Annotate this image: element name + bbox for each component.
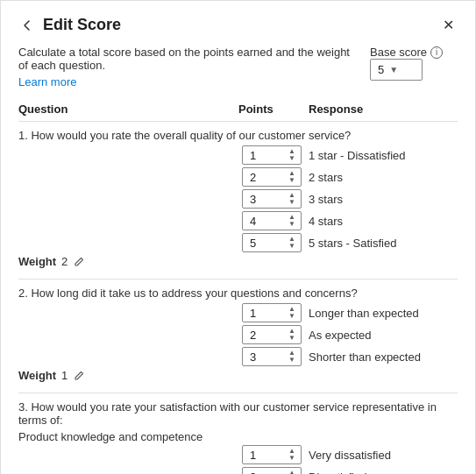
header: Edit Score ✕ [18,15,458,35]
response-text: 4 stars [309,215,458,228]
description: Calculate a total score based on the poi… [18,46,361,88]
response-text: 3 stars [309,193,458,206]
spin-down-icon[interactable]: ▼ [287,313,297,320]
score-row: 3 ▲ ▼ 3 stars [18,189,458,209]
score-value: 3 [250,193,287,206]
score-row: 4 ▲ ▼ 4 stars [18,211,458,230]
response-text: 5 stars - Satisfied [309,237,458,250]
weight-label: Weight [18,255,56,268]
score-input[interactable]: 2 ▲ ▼ [242,325,302,344]
sub-item-label: Product knowledge and competence [18,430,458,443]
response-text: Longer than expected [309,307,458,320]
close-button[interactable]: ✕ [439,15,458,35]
score-value: 2 [250,329,287,342]
score-value: 4 [250,215,287,228]
base-score-label: Base score i [370,46,443,59]
score-input[interactable]: 1 ▲ ▼ [242,303,302,322]
spin-down-icon[interactable]: ▼ [287,335,297,342]
score-rows: 1 ▲ ▼ 1 star - Dissatisfied 2 ▲ ▼ 2 star… [18,145,458,252]
col-response-header: Response [309,103,458,116]
table-header: Question Points Response [18,103,458,122]
score-row: 2 ▲ ▼ Dissatisfied [18,467,458,474]
base-score-value: 5 [378,63,384,76]
learn-more-link[interactable]: Learn more [18,75,76,88]
weight-value: 1 [61,369,67,382]
col-points-header: Points [238,103,309,116]
spin-down-icon[interactable]: ▼ [287,199,297,206]
weight-label: Weight [18,369,56,382]
score-value: 1 [250,307,287,320]
score-row: 1 ▲ ▼ Longer than expected [18,303,458,322]
score-value: 2 [250,171,287,184]
questions-list: 1. How would you rate the overall qualit… [18,129,458,474]
top-row: Calculate a total score based on the poi… [18,46,458,92]
question-text: 3. How would you rate your satisfaction … [18,400,458,427]
spin-down-icon[interactable]: ▼ [287,455,297,462]
response-text: 1 star - Dissatisfied [309,149,458,162]
page-title: Edit Score [43,16,439,34]
question-block-3: 3. How would you rate your satisfaction … [18,400,458,474]
edit-score-panel: Edit Score ✕ Calculate a total score bas… [0,0,476,474]
response-text: As expected [309,329,458,342]
score-input[interactable]: 2 ▲ ▼ [242,167,302,187]
edit-icon[interactable] [73,370,85,382]
score-value: 1 [250,149,287,162]
spin-down-icon[interactable]: ▼ [287,357,297,364]
score-input[interactable]: 3 ▲ ▼ [242,347,302,366]
score-rows: 1 ▲ ▼ Very dissatisfied 2 ▲ ▼ Dissatisfi… [18,445,458,474]
score-row: 1 ▲ ▼ 1 star - Dissatisfied [18,145,458,165]
score-input[interactable]: 3 ▲ ▼ [242,189,302,209]
score-input[interactable]: 4 ▲ ▼ [242,211,302,230]
base-score-select[interactable]: 5 ▼ [370,59,423,81]
score-input[interactable]: 2 ▲ ▼ [242,467,302,474]
score-input[interactable]: 1 ▲ ▼ [242,145,302,165]
back-button[interactable] [18,17,36,34]
response-text: Shorter than expected [309,350,458,364]
section-divider [18,279,458,279]
score-value: 2 [250,470,287,475]
base-score-info-icon[interactable]: i [430,46,443,59]
score-input[interactable]: 1 ▲ ▼ [242,445,302,464]
score-row: 3 ▲ ▼ Shorter than expected [18,347,458,366]
score-row: 5 ▲ ▼ 5 stars - Satisfied [18,233,458,252]
weight-row: Weight 2 [18,255,458,268]
score-value: 3 [250,350,287,364]
score-row: 2 ▲ ▼ 2 stars [18,167,458,187]
response-text: Dissatisfied [309,470,458,475]
description-text: Calculate a total score based on the poi… [18,46,361,72]
score-input[interactable]: 5 ▲ ▼ [242,233,302,252]
response-text: Very dissatisfied [309,449,458,462]
spin-down-icon[interactable]: ▼ [287,155,297,162]
spin-down-icon[interactable]: ▼ [287,243,297,250]
question-block-2: 2. How long did it take us to address yo… [18,287,458,382]
response-text: 2 stars [309,171,458,184]
score-row: 2 ▲ ▼ As expected [18,325,458,344]
chevron-down-icon: ▼ [389,65,398,74]
score-value: 1 [250,449,287,462]
sub-item-1: Product knowledge and competence 1 ▲ ▼ V… [18,430,458,474]
score-rows: 1 ▲ ▼ Longer than expected 2 ▲ ▼ As expe… [18,303,458,366]
question-text: 1. How would you rate the overall qualit… [18,129,458,142]
question-block-1: 1. How would you rate the overall qualit… [18,129,458,268]
col-question-header: Question [18,103,238,116]
weight-value: 2 [61,255,67,268]
spin-down-icon[interactable]: ▼ [287,177,297,184]
score-row: 1 ▲ ▼ Very dissatisfied [18,445,458,464]
weight-row: Weight 1 [18,369,458,382]
section-divider [18,393,458,393]
edit-icon[interactable] [73,256,85,268]
spin-down-icon[interactable]: ▼ [287,221,297,228]
score-value: 5 [250,237,287,250]
spin-up-icon[interactable]: ▲ [287,470,297,474]
question-text: 2. How long did it take us to address yo… [18,287,458,300]
